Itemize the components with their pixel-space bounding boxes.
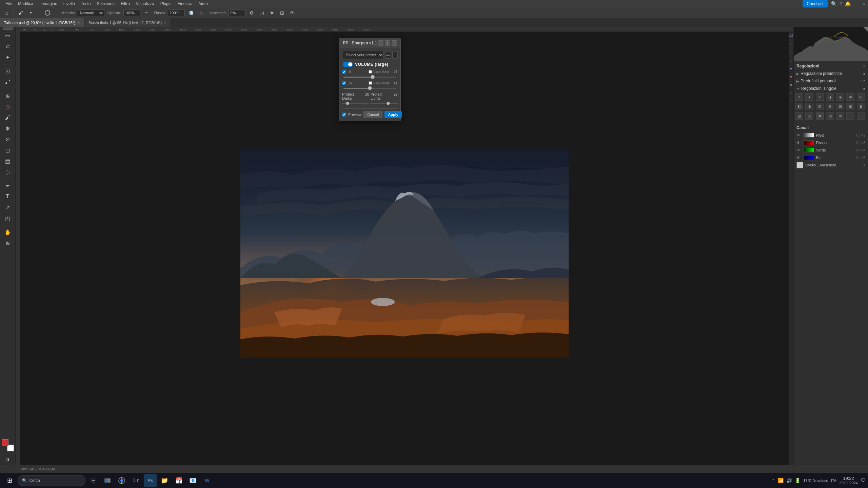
tab-senza-titolo[interactable]: Senza titolo-1 @ 95,1% (Livello 2, RGB/1… — [84, 18, 171, 27]
expand-icon[interactable]: ▷ — [789, 50, 793, 54]
eye-verde-icon[interactable]: 👁 — [796, 148, 801, 152]
eyedropper-tool[interactable]: 🖍 — [3, 77, 13, 87]
protect-darks-slider[interactable] — [342, 101, 369, 106]
circle-icon-3[interactable]: ● — [789, 83, 793, 87]
solidcolor-icon[interactable]: ■ — [816, 112, 824, 120]
flusso-input[interactable] — [168, 9, 185, 16]
menu-plugin[interactable]: Plugin — [158, 1, 174, 7]
hi-view-mask-checkbox[interactable] — [369, 70, 372, 74]
dialog-close-btn[interactable]: ✕ — [392, 40, 397, 46]
collapse-right-icon[interactable]: ◁ — [789, 42, 793, 46]
bw-icon[interactable]: ◧ — [795, 103, 803, 110]
taskbar-files[interactable]: 📁 — [158, 474, 171, 487]
volume-toggle[interactable] — [343, 62, 353, 67]
shape-tool[interactable]: ◰ — [3, 213, 13, 223]
pen-tool[interactable]: ✒ — [3, 181, 13, 191]
clone-stamp-tool[interactable]: ✱ — [3, 123, 13, 134]
menu-aiuto[interactable]: Aiuto — [196, 1, 210, 7]
circle-icon[interactable]: ● — [789, 66, 793, 70]
eraser-tool[interactable]: ◻ — [3, 145, 13, 155]
menu-testo[interactable]: Testo — [78, 1, 94, 7]
rectangle-select-tool[interactable]: ▭ — [3, 30, 13, 41]
colormatch-icon[interactable]: ⊟ — [826, 103, 834, 110]
taskbar-chrome[interactable] — [115, 474, 128, 487]
tray-battery[interactable]: 🔋 — [795, 478, 801, 483]
preview-checkbox[interactable] — [342, 113, 346, 117]
angle-btn[interactable]: ◿ — [258, 9, 266, 17]
tray-audio[interactable]: 🔊 — [786, 478, 792, 483]
exposure-icon[interactable]: ◑ — [826, 93, 834, 101]
cog-strip-icon[interactable]: ⊙ — [789, 99, 793, 103]
crop-tool[interactable]: ⊡ — [3, 66, 13, 76]
invert-icon[interactable]: ⊠ — [836, 103, 844, 110]
menu-visualizza[interactable]: Visualizza — [133, 1, 157, 7]
predefiniti-personali-header[interactable]: ▶ Predefiniti personali + ≡ — [794, 77, 868, 85]
hand-tool[interactable]: ✋ — [3, 227, 13, 237]
regolazioni-predefinite-header[interactable]: ▶ Regolazioni predefinite ≡ — [794, 70, 868, 77]
menu-filtro[interactable]: Filtro — [118, 1, 133, 7]
taskbar-lightroom[interactable]: Lr — [130, 474, 142, 487]
smoothing-btn[interactable]: ∿ — [197, 9, 205, 17]
reg-menu-icon[interactable]: ≡ — [863, 64, 865, 68]
menu-finestra[interactable]: Finestra — [175, 1, 195, 7]
channel-rosso[interactable]: 👁 Rosso Ctrl+3 — [794, 139, 868, 146]
type-tool[interactable]: T — [3, 191, 13, 202]
info-icon[interactable]: ℹ — [789, 58, 793, 62]
preset-dropdown[interactable]: Select your preset — [342, 51, 384, 59]
taskview-button[interactable]: ⊟ — [87, 474, 100, 487]
brush-tool[interactable]: 🖌 — [3, 113, 13, 123]
brush-tool-btn[interactable]: 🖌 — [17, 9, 25, 17]
pressure-btn[interactable]: ⊞ — [278, 9, 286, 17]
curves-icon[interactable]: ∿ — [816, 93, 824, 101]
tray-lang[interactable]: ITA — [831, 479, 836, 483]
add-personal-icon[interactable]: + — [860, 79, 862, 83]
tray-network[interactable]: 📶 — [778, 478, 784, 483]
colorbalance-icon[interactable]: ⊞ — [857, 93, 865, 101]
tray-show-hidden[interactable]: ⌃ — [772, 478, 775, 483]
hi-checkbox[interactable] — [342, 70, 346, 74]
taskbar-mail[interactable]: 📧 — [186, 474, 199, 487]
lo-checkbox[interactable] — [342, 81, 346, 85]
regolazioni-singole-header[interactable]: ▼ Regolazioni singole ≡ — [794, 85, 868, 92]
dialog-expand-btn[interactable]: + — [385, 40, 390, 46]
selectivecolor-icon[interactable]: ◰ — [805, 112, 813, 120]
zoom-tool[interactable]: ⊕ — [3, 238, 13, 248]
gear-strip-icon[interactable]: ⚙ — [789, 91, 793, 95]
levels-icon[interactable]: ▲ — [805, 93, 813, 101]
eye-rosso-icon[interactable]: 👁 — [796, 141, 801, 145]
pressure-opacity-btn[interactable]: ✏ — [142, 9, 151, 17]
circle-icon-2[interactable]: ● — [789, 75, 793, 79]
window-restore-icon[interactable]: □ — [858, 2, 860, 6]
notifications-icon[interactable]: 🔔 — [845, 1, 851, 6]
pattern-icon[interactable]: ⊞ — [836, 112, 844, 120]
lasso-tool[interactable]: ⊂ — [3, 41, 13, 52]
protect-darks-thumb[interactable] — [346, 102, 349, 105]
menu-immagine[interactable]: Immagine — [37, 1, 60, 7]
canvas-area[interactable] — [20, 32, 789, 475]
search-icon[interactable]: 🔍 — [831, 1, 837, 6]
uniformita-input[interactable] — [229, 9, 245, 16]
tab-taillante[interactable]: Taillante.psd @ 20,8% (Livello 1, RGB/16… — [0, 18, 84, 27]
help-icon[interactable]: ? — [840, 1, 842, 6]
channelmixer-icon[interactable]: ⊡ — [816, 103, 824, 110]
protect-lights-slider[interactable] — [371, 101, 398, 106]
menu-file[interactable]: File — [3, 1, 15, 7]
gradientmap-icon[interactable]: ▨ — [795, 112, 803, 120]
apply-button[interactable]: Apply — [384, 111, 402, 118]
taskbar-photoshop[interactable]: Ps — [144, 474, 157, 487]
menu-selezione[interactable]: Selezione — [94, 1, 117, 7]
taskbar-time-display[interactable]: 19:22 22/02/2024 — [839, 476, 858, 485]
settings-btn[interactable]: ⚙ — [248, 9, 256, 17]
red-tool-1[interactable]: ◎ — [3, 102, 13, 112]
preset-add-btn[interactable]: + — [392, 51, 398, 59]
lo-slider-thumb[interactable] — [368, 86, 372, 90]
taskbar-calendar[interactable]: 📅 — [172, 474, 185, 487]
ai-icon-1[interactable]: AI — [789, 33, 793, 38]
gradient-adj-icon[interactable]: ▤ — [826, 112, 834, 120]
window-minimize-icon[interactable]: ─ — [853, 2, 856, 6]
reg-predefinite-menu[interactable]: ≡ — [863, 72, 865, 76]
brush-size-btn[interactable] — [41, 9, 54, 17]
gradient-tool[interactable]: ▤ — [3, 156, 13, 166]
hi-slider-thumb[interactable] — [371, 75, 375, 79]
condividi-button[interactable]: Condividi — [803, 0, 827, 7]
